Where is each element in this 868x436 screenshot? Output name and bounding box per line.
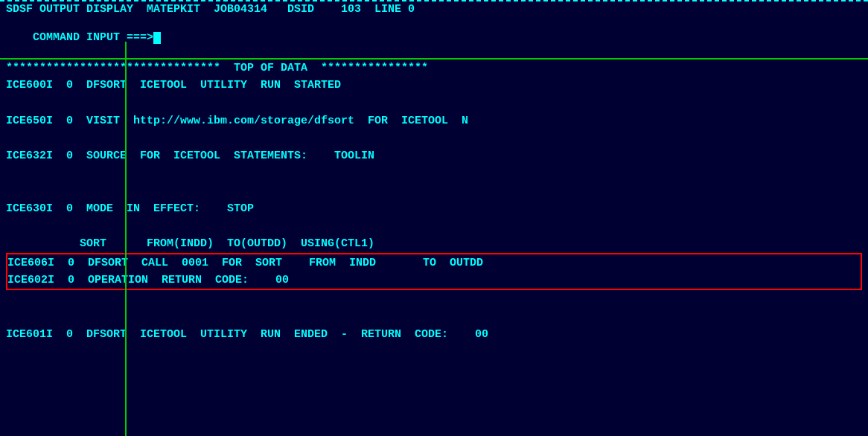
ice632i-line: ICE632I 0 SOURCE FOR ICETOOL STATEMENTS:… [6, 147, 862, 164]
empty-line-4 [6, 182, 862, 200]
empty-line-7 [6, 308, 862, 326]
ice630i-line: ICE630I 0 MODE IN EFFECT: STOP [6, 200, 862, 217]
empty-line-1 [6, 94, 862, 112]
ice606i-line: ICE606I 0 DFSORT CALL 0001 FOR SORT FROM… [7, 254, 861, 272]
stars-top-of-data: ******************************** TOP OF … [6, 60, 862, 77]
ice601i-line: ICE601I 0 DFSORT ICETOOL UTILITY RUN END… [6, 326, 862, 343]
command-input-line[interactable]: COMMAND INPUT ===> [0, 17, 868, 60]
terminal-screen: SDSF OUTPUT DISPLAY MATEPKIT JOB04314 DS… [0, 0, 868, 436]
highlight-box: ICE606I 0 DFSORT CALL 0001 FOR SORT FROM… [6, 253, 862, 291]
sort-cmd-line: SORT FROM(INDD) TO(OUTDD) USING(CTL1) [6, 235, 862, 252]
header-title: SDSF OUTPUT DISPLAY MATEPKIT JOB04314 DS… [0, 1, 868, 17]
empty-line-3 [6, 164, 862, 182]
empty-line-2 [6, 129, 862, 147]
green-vertical-bar [125, 42, 127, 436]
ice650i-line: ICE650I 0 VISIT http://www.ibm.com/stora… [6, 112, 862, 129]
ice602i-line: ICE602I 0 OPERATION RETURN CODE: 00 [7, 272, 861, 289]
content-area: ******************************** TOP OF … [0, 60, 868, 343]
cursor [153, 32, 161, 44]
empty-line-5 [6, 217, 862, 235]
command-label: COMMAND INPUT ===> [33, 31, 153, 44]
ice600i-line: ICE600I 0 DFSORT ICETOOL UTILITY RUN STA… [6, 77, 862, 94]
empty-line-6 [6, 290, 862, 308]
